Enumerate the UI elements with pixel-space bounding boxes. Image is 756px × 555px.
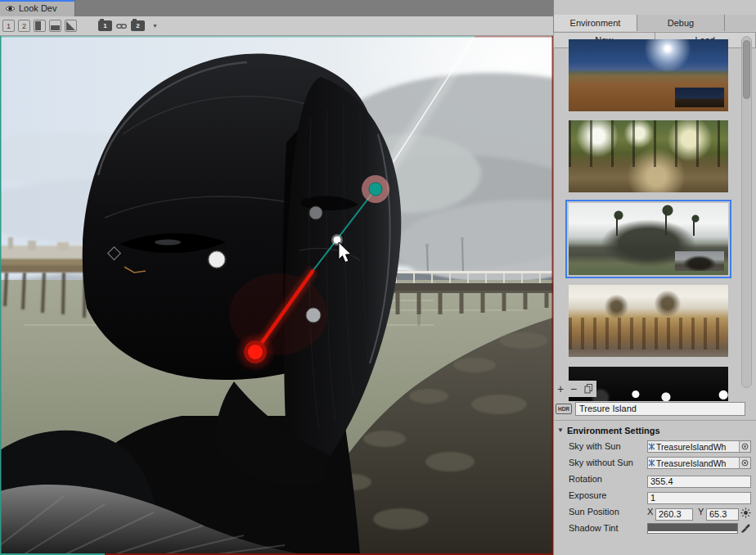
sun-position-row: Sun Position X Y: [554, 506, 756, 519]
exposure-field[interactable]: [647, 492, 751, 504]
window-title: Look Dev: [19, 3, 56, 13]
environment-settings-header[interactable]: ▼ Environment Settings: [557, 424, 756, 436]
env-thumbnail-outback[interactable]: [569, 39, 728, 111]
sky-with-sun-object-field[interactable]: TreasureIslandWh: [647, 440, 751, 453]
sun-x-field[interactable]: [655, 508, 693, 521]
eye-icon: [5, 5, 16, 12]
add-environment-button[interactable]: +: [554, 381, 567, 396]
sun-x-label: X: [647, 507, 653, 517]
lookdev-toolbar: 1 2 1 2 ▼: [0, 16, 553, 36]
rotation-label: Rotation: [569, 474, 602, 484]
exposure-label: Exposure: [569, 490, 606, 500]
env-thumbnail-island-no-sun-inset: [675, 251, 724, 271]
camera-dropdown-button[interactable]: ▼: [152, 23, 158, 29]
shadow-tint-row: Shadow Tint: [554, 522, 756, 535]
link-icon: [116, 22, 127, 30]
gizmo-red-handle[interactable]: [248, 345, 263, 359]
camera-1-button[interactable]: 1: [98, 20, 112, 31]
shadow-tint-color-field[interactable]: [647, 523, 738, 534]
env-thumbnail-forest[interactable]: [569, 120, 728, 192]
foldout-arrow-icon[interactable]: ▼: [557, 426, 564, 434]
cubemap-asset-icon: [648, 443, 655, 450]
hdr-badge: HDR: [556, 404, 572, 414]
divider: [554, 420, 756, 421]
eyedropper-icon: [740, 524, 750, 534]
settings-header-label: Environment Settings: [567, 426, 660, 435]
sun-icon: [740, 508, 751, 518]
environment-name-field[interactable]: [575, 402, 745, 416]
sky-with-sun-label: Sky with Sun: [569, 441, 621, 451]
split-diagonal-icon: [66, 21, 75, 30]
env-thumbnail-selected-border: [565, 200, 731, 278]
duplicate-environment-button[interactable]: [580, 381, 596, 396]
environment-list-toolbar: + −: [554, 381, 596, 397]
side-by-side-view-button[interactable]: [34, 20, 46, 32]
viewport-scene: [0, 36, 553, 555]
object-picker-icon[interactable]: [739, 458, 750, 468]
eyedropper-button[interactable]: [740, 523, 751, 535]
sky-with-sun-row: Sky with Sun TreasureIslandWh: [554, 440, 756, 453]
rotation-field[interactable]: [647, 476, 751, 488]
split-vertical-icon: [35, 21, 41, 30]
panel-tabs: Environment Debug: [554, 15, 756, 31]
gizmo-center-handle[interactable]: [334, 237, 341, 244]
camera-2-button[interactable]: 2: [131, 20, 145, 31]
link-cameras-button[interactable]: [116, 22, 127, 30]
thumbnail-scrollbar[interactable]: [741, 36, 752, 388]
env-thumbnail-treasure-island[interactable]: [569, 203, 728, 275]
duplicate-icon: [584, 384, 593, 394]
environment-name-row: HDR: [556, 401, 753, 416]
env-thumbnail-church[interactable]: [569, 285, 728, 357]
lookdev-viewport[interactable]: [0, 36, 553, 555]
tab-environment[interactable]: Environment: [554, 15, 637, 31]
zone-view-button[interactable]: [65, 20, 77, 32]
single-view-1-button[interactable]: 1: [2, 20, 15, 32]
env-thumbnail-outback-no-sun-inset: [675, 88, 724, 107]
sky-without-sun-label: Sky without Sun: [569, 458, 633, 467]
split-view-button[interactable]: [49, 20, 61, 32]
object-picker-icon[interactable]: [739, 441, 750, 452]
environment-panel: Environment Debug New Load + −: [553, 0, 756, 555]
split-horizontal-icon: [51, 25, 60, 31]
scrollbar-thumb[interactable]: [743, 40, 750, 99]
gizmo-teal-handle[interactable]: [369, 183, 382, 196]
lookdev-window: Look Dev ⋮ □ × 1 2 1 2 ▼: [0, 0, 756, 555]
tab-debug[interactable]: Debug: [637, 15, 725, 31]
sun-position-label: Sun Position: [569, 507, 619, 517]
sun-y-label: Y: [698, 507, 704, 517]
rotation-row: Rotation: [554, 473, 756, 486]
single-view-2-button[interactable]: 2: [18, 20, 30, 32]
exposure-row: Exposure: [554, 490, 756, 503]
shadow-tint-label: Shadow Tint: [569, 523, 619, 533]
sky-without-sun-row: Sky without Sun TreasureIslandWh: [554, 457, 756, 470]
remove-environment-button[interactable]: −: [567, 381, 580, 396]
sun-position-picker-button[interactable]: [740, 507, 751, 518]
tab-look-dev[interactable]: Look Dev: [0, 0, 75, 16]
sun-y-field[interactable]: [706, 508, 739, 521]
cubemap-asset-icon: [648, 459, 655, 467]
sky-without-sun-object-field[interactable]: TreasureIslandWh: [647, 457, 751, 469]
